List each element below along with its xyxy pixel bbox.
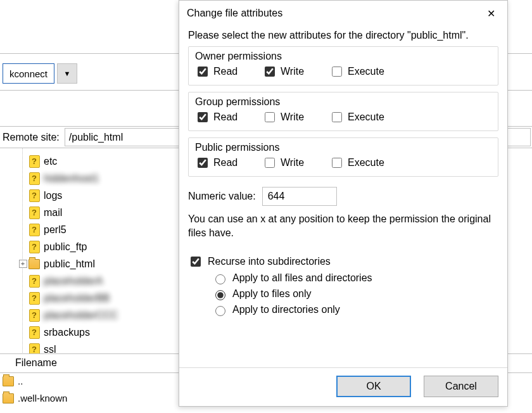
dialog-body: Please select the new attributes for the… [179, 23, 507, 367]
dialog-title: Change file attributes [187, 8, 282, 19]
tree-item-label: mail [44, 207, 62, 219]
quickconnect-dropdown[interactable]: ▼ [57, 63, 77, 84]
tree-item-label: ssl [44, 344, 56, 355]
numeric-hint: You can use an x at any position to keep… [188, 212, 498, 241]
tree-item-label: srbackups [44, 327, 90, 338]
ok-button[interactable]: OK [336, 376, 411, 397]
numeric-value-input[interactable] [262, 187, 337, 206]
unknown-icon: ? [28, 293, 40, 304]
unknown-icon: ? [28, 190, 40, 201]
chevron-down-icon: ▼ [64, 70, 71, 77]
tree-item-label: placeholderA [44, 276, 103, 287]
group-execute-checkbox[interactable]: Execute [329, 110, 389, 124]
folder-icon [3, 376, 14, 387]
quickconnect-button[interactable]: kconnect [3, 63, 54, 84]
owner-write-checkbox[interactable]: Write [262, 65, 322, 79]
dialog-intro: Please select the new attributes for the… [188, 30, 498, 41]
recurse-all-radio[interactable]: Apply to all files and directories [188, 272, 498, 284]
unknown-icon: ? [28, 156, 40, 167]
tree-item-label: public_ftp [44, 241, 87, 253]
dialog-titlebar: Change file attributes ✕ [179, 1, 507, 23]
unknown-icon: ? [28, 310, 40, 321]
public-execute-checkbox[interactable]: Execute [329, 156, 389, 170]
file-attributes-dialog: Change file attributes ✕ Please select t… [179, 0, 508, 407]
tree-item-label: placeholderBB [44, 293, 110, 304]
numeric-value-label: Numeric value: [188, 191, 256, 202]
recurse-files-radio[interactable]: Apply to files only [188, 288, 498, 300]
owner-perm-title: Owner permissions [195, 51, 491, 62]
group-write-checkbox[interactable]: Write [262, 110, 322, 124]
owner-execute-checkbox[interactable]: Execute [329, 65, 389, 79]
group-read-checkbox[interactable]: Read [195, 110, 255, 124]
public-read-checkbox[interactable]: Read [195, 156, 255, 170]
recurse-checkbox[interactable]: Recurse into subdirectories [188, 255, 498, 269]
owner-perm-group: Owner permissions Read Write Execute [188, 46, 498, 86]
owner-read-checkbox[interactable]: Read [195, 65, 255, 79]
tree-item-label: perl5 [44, 224, 66, 236]
unknown-icon: ? [28, 327, 40, 338]
tree-item-label: placeholderCCC [44, 310, 118, 321]
quickconnect-label: kconnect [10, 68, 48, 79]
folder-icon [28, 258, 40, 270]
tree-item-label: etc [44, 156, 57, 167]
tree-item-label: hiddenhost1 [44, 173, 99, 184]
unknown-icon: ? [28, 173, 40, 184]
recurse-group: Recurse into subdirectories Apply to all… [188, 251, 498, 320]
remote-site-label: Remote site: [1, 132, 65, 143]
group-perm-group: Group permissions Read Write Execute [188, 92, 498, 131]
public-perm-group: Public permissions Read Write Execute [188, 137, 498, 177]
tree-expander-icon[interactable]: + [17, 260, 28, 268]
recurse-dirs-radio[interactable]: Apply to directories only [188, 304, 498, 316]
numeric-value-row: Numeric value: [188, 187, 498, 206]
public-write-checkbox[interactable]: Write [262, 156, 322, 170]
unknown-icon: ? [28, 207, 40, 219]
close-icon[interactable]: ✕ [482, 6, 500, 21]
cancel-button[interactable]: Cancel [424, 376, 498, 397]
unknown-icon: ? [28, 241, 40, 253]
folder-icon [3, 393, 14, 404]
tree-item-label: logs [44, 190, 62, 201]
tree-item-label: public_html [44, 258, 95, 270]
group-perm-title: Group permissions [195, 96, 491, 108]
public-perm-title: Public permissions [195, 142, 491, 153]
unknown-icon: ? [28, 344, 40, 355]
dialog-button-row: OK Cancel [179, 367, 507, 406]
unknown-icon: ? [28, 224, 40, 236]
unknown-icon: ? [28, 276, 40, 287]
